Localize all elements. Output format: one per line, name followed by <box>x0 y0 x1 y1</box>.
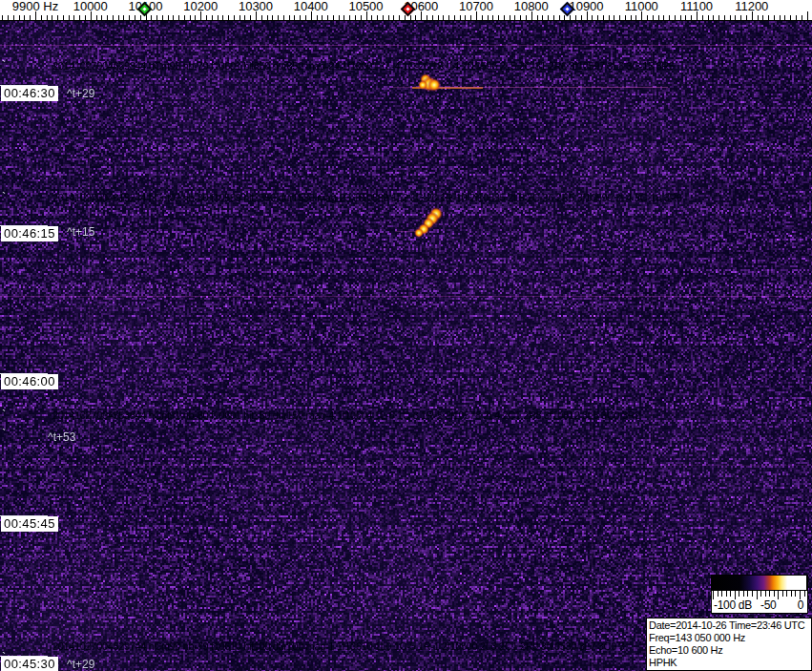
legend-tick <box>726 591 727 597</box>
legend-tick <box>730 591 731 597</box>
echo-annotation: 20141027004629844 hCnt93 nb-79 f10601 hi… <box>52 60 675 72</box>
legend-tick <box>718 591 718 597</box>
time-label: 00:45:30 <box>1 657 58 671</box>
legend-tick <box>765 591 766 597</box>
time-shift-label: ^t+53 <box>48 430 75 444</box>
legend-tick <box>752 591 753 597</box>
info-echo-freq: Echo=10 600 Hz <box>649 644 809 657</box>
echo-annotation: 20141027004529744 hCnt90 nb-79 f10610 hi… <box>52 640 624 652</box>
db-scale-min-label: -100 dB <box>714 598 752 612</box>
time-label: 00:46:00 <box>1 374 58 389</box>
legend-tick <box>760 591 761 597</box>
edge-tick-mark: ` <box>2 653 6 661</box>
legend-tick <box>769 591 770 597</box>
time-shift-label: ^t+29 <box>67 87 94 100</box>
status-info-box: Date=2014-10-26 Time=23:46 UTC Freq=143 … <box>646 618 812 671</box>
legend-tick <box>804 591 805 597</box>
legend-tick <box>786 591 787 597</box>
edge-tick-mark: ` <box>2 61 6 70</box>
legend-tick <box>747 591 748 597</box>
time-label: 00:45:45 <box>1 516 58 532</box>
db-scale-max-label: 0 <box>798 598 803 612</box>
legend-tick <box>795 591 796 597</box>
echo-annotation: 20141027004615244 hCnt92 nb-80 f10589 hi… <box>52 192 682 203</box>
time-label: 00:46:15 <box>1 226 58 241</box>
info-station-id: HPHK <box>649 657 809 669</box>
colormap-gradient-bar <box>711 575 807 591</box>
db-color-scale: -100 dB -50 0 <box>711 575 808 614</box>
edge-tick-mark: ` <box>2 410 6 419</box>
legend-tick <box>782 591 783 597</box>
time-shift-label: ^t+29 <box>67 658 94 671</box>
spectrogram-window: 9900 Hz100001010010200103001040010500106… <box>0 0 812 671</box>
legend-tick <box>778 591 779 599</box>
annotation-overlay: 00:46:3000:46:1500:46:0000:45:4500:45:30… <box>0 0 812 671</box>
legend-tick <box>791 591 792 597</box>
info-frequency: Freq=143 050 000 Hz <box>649 632 809 644</box>
edge-tick-mark: ` <box>2 430 6 438</box>
legend-tick <box>757 591 758 599</box>
legend-tick <box>721 591 722 597</box>
legend-tick <box>739 591 739 597</box>
legend-tick <box>743 591 744 597</box>
time-label: 00:46:30 <box>1 86 58 101</box>
legend-tick <box>774 591 775 597</box>
info-date-time: Date=2014-10-26 Time=23:46 UTC <box>649 619 809 632</box>
time-shift-label: ^t+15 <box>67 225 94 239</box>
db-scale-mid-label: -50 <box>760 598 776 612</box>
echo-annotation: 20141027004553844 hCnt91 nb-80 f10601 hi… <box>52 409 640 421</box>
edge-tick-mark: ` <box>2 193 6 201</box>
